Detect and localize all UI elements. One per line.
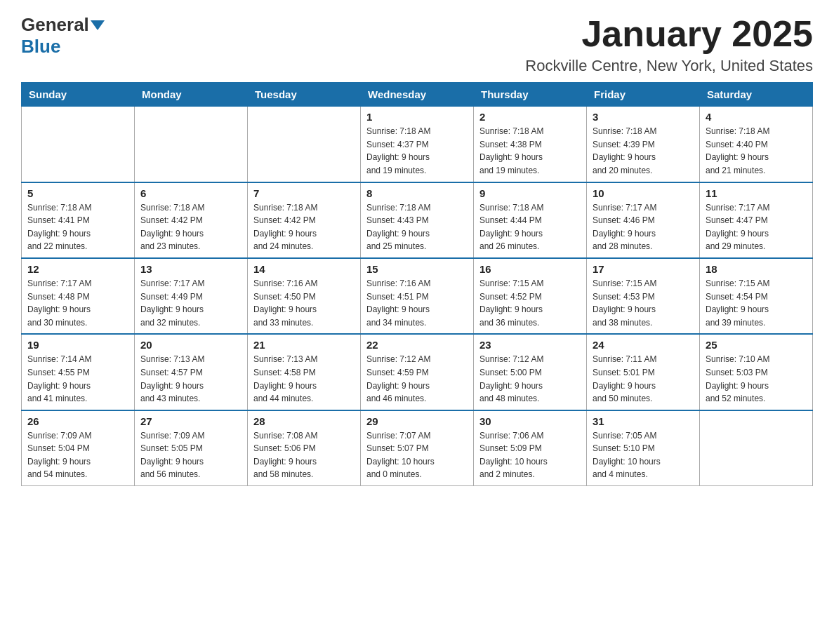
calendar-header-row: SundayMondayTuesdayWednesdayThursdayFrid…: [22, 83, 813, 107]
calendar-day-cell: 11Sunrise: 7:17 AM Sunset: 4:47 PM Dayli…: [700, 182, 813, 258]
calendar-day-cell: 7Sunrise: 7:18 AM Sunset: 4:42 PM Daylig…: [248, 182, 361, 258]
calendar-day-header: Tuesday: [248, 83, 361, 107]
day-info: Sunrise: 7:18 AM Sunset: 4:44 PM Dayligh…: [479, 201, 581, 253]
calendar-day-cell: 19Sunrise: 7:14 AM Sunset: 4:55 PM Dayli…: [22, 334, 135, 410]
calendar-day-cell: 25Sunrise: 7:10 AM Sunset: 5:03 PM Dayli…: [700, 334, 813, 410]
day-info: Sunrise: 7:17 AM Sunset: 4:48 PM Dayligh…: [27, 277, 128, 329]
logo: General Blue: [21, 14, 106, 58]
day-number: 19: [27, 339, 128, 351]
calendar-week-row: 12Sunrise: 7:17 AM Sunset: 4:48 PM Dayli…: [22, 258, 813, 334]
day-number: 18: [706, 263, 807, 275]
day-number: 23: [479, 339, 581, 351]
calendar-empty-cell: [22, 107, 135, 182]
calendar-day-header: Sunday: [22, 83, 135, 107]
day-info: Sunrise: 7:15 AM Sunset: 4:52 PM Dayligh…: [479, 277, 581, 329]
calendar-day-cell: 28Sunrise: 7:08 AM Sunset: 5:06 PM Dayli…: [248, 410, 361, 486]
day-number: 20: [140, 339, 241, 351]
day-number: 14: [253, 263, 355, 275]
day-number: 29: [366, 415, 468, 427]
day-info: Sunrise: 7:13 AM Sunset: 4:58 PM Dayligh…: [253, 353, 355, 405]
day-info: Sunrise: 7:09 AM Sunset: 5:05 PM Dayligh…: [140, 429, 241, 481]
calendar-day-cell: 2Sunrise: 7:18 AM Sunset: 4:38 PM Daylig…: [474, 107, 587, 182]
day-number: 10: [593, 187, 694, 199]
day-number: 28: [253, 415, 355, 427]
calendar-day-cell: 16Sunrise: 7:15 AM Sunset: 4:52 PM Dayli…: [474, 258, 587, 334]
day-number: 24: [593, 339, 694, 351]
calendar-day-cell: 26Sunrise: 7:09 AM Sunset: 5:04 PM Dayli…: [22, 410, 135, 486]
day-info: Sunrise: 7:11 AM Sunset: 5:01 PM Dayligh…: [593, 353, 694, 405]
day-number: 4: [706, 111, 807, 123]
day-info: Sunrise: 7:18 AM Sunset: 4:41 PM Dayligh…: [27, 201, 128, 253]
day-number: 9: [479, 187, 581, 199]
calendar-day-header: Friday: [587, 83, 700, 107]
calendar-day-cell: 8Sunrise: 7:18 AM Sunset: 4:43 PM Daylig…: [361, 182, 474, 258]
day-info: Sunrise: 7:16 AM Sunset: 4:50 PM Dayligh…: [253, 277, 355, 329]
calendar-day-cell: 3Sunrise: 7:18 AM Sunset: 4:39 PM Daylig…: [587, 107, 700, 182]
calendar-day-cell: 13Sunrise: 7:17 AM Sunset: 4:49 PM Dayli…: [135, 258, 248, 334]
day-info: Sunrise: 7:12 AM Sunset: 4:59 PM Dayligh…: [366, 353, 468, 405]
calendar-day-cell: 20Sunrise: 7:13 AM Sunset: 4:57 PM Dayli…: [135, 334, 248, 410]
logo-triangle-icon: [89, 20, 106, 30]
calendar-day-cell: 1Sunrise: 7:18 AM Sunset: 4:37 PM Daylig…: [361, 107, 474, 182]
calendar-day-cell: 6Sunrise: 7:18 AM Sunset: 4:42 PM Daylig…: [135, 182, 248, 258]
calendar-day-cell: 17Sunrise: 7:15 AM Sunset: 4:53 PM Dayli…: [587, 258, 700, 334]
day-info: Sunrise: 7:10 AM Sunset: 5:03 PM Dayligh…: [706, 353, 807, 405]
day-info: Sunrise: 7:15 AM Sunset: 4:54 PM Dayligh…: [706, 277, 807, 329]
day-number: 15: [366, 263, 468, 275]
calendar-day-cell: 31Sunrise: 7:05 AM Sunset: 5:10 PM Dayli…: [587, 410, 700, 486]
day-number: 22: [366, 339, 468, 351]
day-info: Sunrise: 7:17 AM Sunset: 4:47 PM Dayligh…: [706, 201, 807, 253]
calendar-day-cell: 30Sunrise: 7:06 AM Sunset: 5:09 PM Dayli…: [474, 410, 587, 486]
calendar-day-cell: 21Sunrise: 7:13 AM Sunset: 4:58 PM Dayli…: [248, 334, 361, 410]
day-number: 25: [706, 339, 807, 351]
day-info: Sunrise: 7:07 AM Sunset: 5:07 PM Dayligh…: [366, 429, 468, 481]
calendar-day-header: Monday: [135, 83, 248, 107]
day-info: Sunrise: 7:08 AM Sunset: 5:06 PM Dayligh…: [253, 429, 355, 481]
day-number: 21: [253, 339, 355, 351]
title-section: January 2025 Rockville Centre, New York,…: [525, 14, 813, 75]
calendar-day-cell: 24Sunrise: 7:11 AM Sunset: 5:01 PM Dayli…: [587, 334, 700, 410]
day-info: Sunrise: 7:15 AM Sunset: 4:53 PM Dayligh…: [593, 277, 694, 329]
calendar-day-cell: 22Sunrise: 7:12 AM Sunset: 4:59 PM Dayli…: [361, 334, 474, 410]
day-info: Sunrise: 7:18 AM Sunset: 4:42 PM Dayligh…: [140, 201, 241, 253]
calendar-week-row: 5Sunrise: 7:18 AM Sunset: 4:41 PM Daylig…: [22, 182, 813, 258]
calendar-day-cell: 23Sunrise: 7:12 AM Sunset: 5:00 PM Dayli…: [474, 334, 587, 410]
month-title: January 2025: [525, 14, 813, 54]
calendar-day-header: Thursday: [474, 83, 587, 107]
calendar-day-cell: 5Sunrise: 7:18 AM Sunset: 4:41 PM Daylig…: [22, 182, 135, 258]
day-info: Sunrise: 7:18 AM Sunset: 4:42 PM Dayligh…: [253, 201, 355, 253]
day-info: Sunrise: 7:18 AM Sunset: 4:40 PM Dayligh…: [706, 125, 807, 177]
day-number: 11: [706, 187, 807, 199]
calendar-day-cell: 9Sunrise: 7:18 AM Sunset: 4:44 PM Daylig…: [474, 182, 587, 258]
calendar-empty-cell: [135, 107, 248, 182]
day-number: 2: [479, 111, 581, 123]
calendar-empty-cell: [248, 107, 361, 182]
day-info: Sunrise: 7:06 AM Sunset: 5:09 PM Dayligh…: [479, 429, 581, 481]
day-number: 27: [140, 415, 241, 427]
day-number: 3: [593, 111, 694, 123]
logo-general-text: General: [21, 14, 89, 36]
day-info: Sunrise: 7:17 AM Sunset: 4:46 PM Dayligh…: [593, 201, 694, 253]
day-info: Sunrise: 7:18 AM Sunset: 4:38 PM Dayligh…: [479, 125, 581, 177]
calendar-day-header: Saturday: [700, 83, 813, 107]
day-info: Sunrise: 7:12 AM Sunset: 5:00 PM Dayligh…: [479, 353, 581, 405]
day-number: 7: [253, 187, 355, 199]
calendar-day-cell: 4Sunrise: 7:18 AM Sunset: 4:40 PM Daylig…: [700, 107, 813, 182]
day-info: Sunrise: 7:18 AM Sunset: 4:37 PM Dayligh…: [366, 125, 468, 177]
calendar-week-row: 1Sunrise: 7:18 AM Sunset: 4:37 PM Daylig…: [22, 107, 813, 182]
day-number: 12: [27, 263, 128, 275]
calendar-day-header: Wednesday: [361, 83, 474, 107]
calendar-day-cell: 12Sunrise: 7:17 AM Sunset: 4:48 PM Dayli…: [22, 258, 135, 334]
day-number: 26: [27, 415, 128, 427]
calendar-empty-cell: [700, 410, 813, 486]
calendar-week-row: 19Sunrise: 7:14 AM Sunset: 4:55 PM Dayli…: [22, 334, 813, 410]
day-number: 17: [593, 263, 694, 275]
logo-blue-text: Blue: [21, 36, 60, 57]
day-number: 5: [27, 187, 128, 199]
day-number: 1: [366, 111, 468, 123]
day-number: 16: [479, 263, 581, 275]
calendar-day-cell: 27Sunrise: 7:09 AM Sunset: 5:05 PM Dayli…: [135, 410, 248, 486]
day-info: Sunrise: 7:14 AM Sunset: 4:55 PM Dayligh…: [27, 353, 128, 405]
day-number: 13: [140, 263, 241, 275]
day-number: 8: [366, 187, 468, 199]
